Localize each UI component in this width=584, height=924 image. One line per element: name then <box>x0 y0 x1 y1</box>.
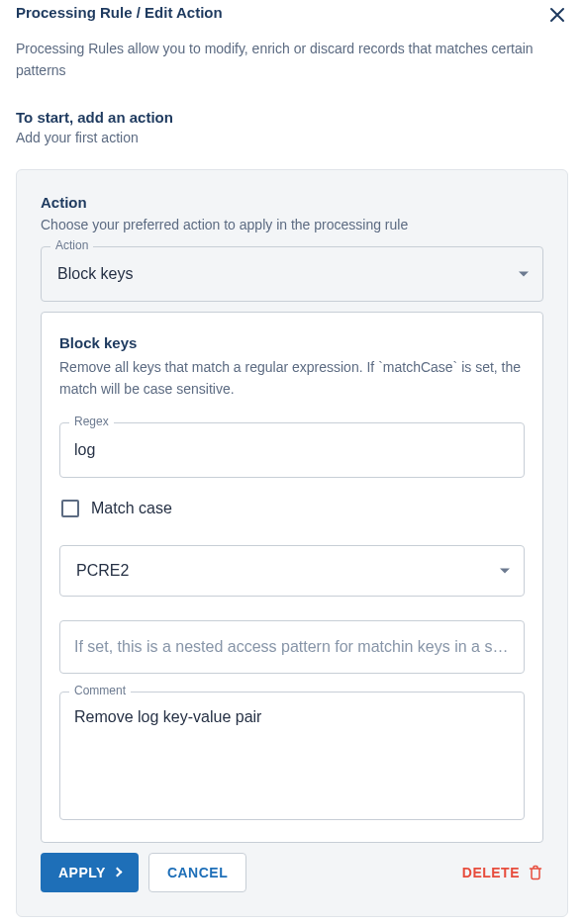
match-case-checkbox[interactable] <box>61 500 79 517</box>
regex-field-wrap: Regex <box>59 422 525 478</box>
panel-description: Processing Rules allow you to modify, en… <box>16 39 568 81</box>
block-keys-card: Block keys Remove all keys that match a … <box>41 312 543 842</box>
nested-pattern-wrap <box>59 620 525 674</box>
chevron-down-icon <box>519 272 529 277</box>
trash-icon <box>528 865 543 880</box>
engine-select[interactable]: PCRE2 <box>59 545 525 597</box>
apply-label: APPLY <box>58 865 106 880</box>
action-select-value: Block keys <box>57 265 133 283</box>
block-keys-description: Remove all keys that match a regular exp… <box>59 357 525 400</box>
match-case-row[interactable]: Match case <box>59 500 525 517</box>
regex-input[interactable] <box>59 422 525 478</box>
delete-button[interactable]: DELETE <box>462 865 543 880</box>
panel-title: Processing Rule / Edit Action <box>16 4 223 21</box>
engine-select-value: PCRE2 <box>76 562 129 580</box>
engine-select-wrap: PCRE2 <box>59 545 525 597</box>
regex-label: Regex <box>69 415 114 428</box>
block-keys-title: Block keys <box>59 334 525 351</box>
action-card: Action Choose your preferred action to a… <box>16 169 568 916</box>
chevron-right-icon <box>112 868 122 878</box>
edit-action-panel: Processing Rule / Edit Action Processing… <box>0 0 584 924</box>
comment-label: Comment <box>69 684 131 697</box>
match-case-label: Match case <box>91 500 172 517</box>
action-footer: APPLY CANCEL DELETE <box>41 853 543 892</box>
footer-left: APPLY CANCEL <box>41 853 246 892</box>
panel-header: Processing Rule / Edit Action <box>16 0 568 39</box>
action-select-label: Action <box>50 238 93 252</box>
chevron-down-icon <box>500 568 510 573</box>
nested-pattern-input[interactable] <box>59 620 525 674</box>
action-subtitle: Choose your preferred action to apply in… <box>41 217 543 232</box>
delete-label: DELETE <box>462 865 520 880</box>
comment-textarea[interactable] <box>59 692 525 820</box>
action-select[interactable]: Block keys <box>41 246 543 302</box>
action-title: Action <box>41 194 543 211</box>
cancel-button[interactable]: CANCEL <box>148 853 246 892</box>
action-select-wrap: Action Block keys <box>41 246 543 302</box>
apply-button[interactable]: APPLY <box>41 853 139 892</box>
comment-wrap: Comment <box>59 692 525 824</box>
close-button[interactable] <box>546 4 568 29</box>
start-title: To start, add an action <box>16 109 568 126</box>
start-subtitle: Add your first action <box>16 130 568 145</box>
close-icon <box>548 6 566 24</box>
